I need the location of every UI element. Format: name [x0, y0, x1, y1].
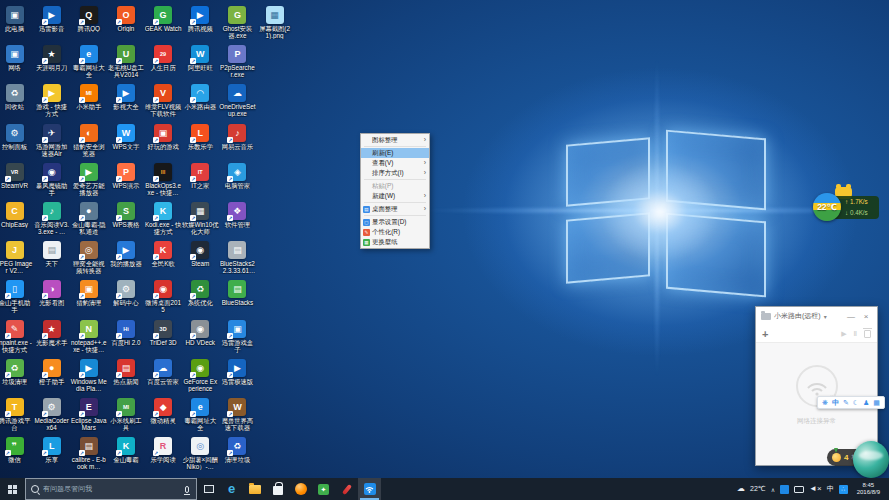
desktop-icon[interactable]: ★↗天涯明月刀 — [33, 45, 70, 71]
desktop-icon[interactable]: ▶↗爱奇艺万能播放器 — [70, 163, 107, 196]
desktop-icon[interactable]: ♪↗音乐阅读V3.3.exe - … — [33, 202, 70, 235]
desktop-icon[interactable]: ▶↗迅雷影音 — [33, 6, 70, 32]
minimize-button[interactable]: — — [845, 312, 857, 321]
baidu-ime-tray-icon[interactable]: ∴ — [839, 485, 848, 494]
tray-expand-caret[interactable]: ∧ — [771, 486, 775, 493]
xiaomi-router-app[interactable] — [358, 478, 381, 500]
desktop-icon[interactable]: ▶↗腾讯视频 — [182, 6, 219, 32]
weather-icon[interactable]: ☁ — [737, 484, 745, 494]
desktop-icon[interactable]: e↗毒霸网址大全 — [182, 398, 219, 431]
desktop-icon[interactable]: ◆↗微动精灵 — [145, 398, 182, 424]
pen-icon[interactable]: ✎ — [843, 397, 849, 408]
desktop-icon[interactable]: ◉↗微博桌面2015 — [145, 280, 182, 313]
desktop-icon[interactable]: ▣↗猎豹清理 — [70, 280, 107, 306]
desktop-icon[interactable]: ▯↗金山手机助手 — [0, 280, 33, 313]
desktop-icon[interactable]: ✎↗Inpaint.exe - 快捷方式 — [0, 320, 33, 353]
desktop-icon[interactable]: ♻↗系统优化 — [182, 280, 219, 306]
ime-mode-indicator[interactable]: 中 — [827, 484, 834, 494]
desktop-icon[interactable]: W↗阿里旺旺 — [182, 45, 219, 71]
menu-item[interactable]: 图标整理› — [361, 135, 429, 145]
desktop-icon[interactable]: ●↗金山毒霸-隐私通道 — [70, 202, 107, 235]
globe-widget[interactable] — [853, 441, 889, 478]
desktop-icon[interactable]: W↗WPS文字 — [107, 124, 144, 150]
desktop-icon[interactable]: ☁OneDriveSetup.exe — [219, 84, 256, 117]
desktop-icon[interactable]: ▶↗迅雷极速版 — [219, 359, 256, 385]
desktop-icon[interactable]: W↗魔兽世界高速下载器 — [219, 398, 256, 431]
desktop-icon[interactable]: ▣此电脑 — [0, 6, 33, 32]
desktop-icon[interactable]: e↗毒霸网址大全 — [70, 45, 107, 78]
start-button[interactable] — [0, 478, 25, 500]
desktop-icon[interactable]: U↗老毛桃U盘工具V2014超… — [107, 45, 144, 78]
desktop-icon[interactable]: ♻↗清理垃圾 — [219, 437, 256, 463]
desktop-icon[interactable]: ✈↗迅游网游加速器Air — [33, 124, 70, 157]
desktop-icon[interactable]: VR↗SteamVR — [0, 163, 33, 189]
desktop-icon[interactable]: ▶↗影视大全 — [107, 84, 144, 110]
baidu-paw-icon[interactable]: ❋ — [822, 397, 828, 408]
desktop-icon[interactable]: CChipEasy — [0, 202, 33, 228]
add-button[interactable]: + — [762, 328, 768, 340]
desktop-icon[interactable]: ▣↗迅雷游戏盒子 — [219, 320, 256, 353]
desktop-icon[interactable]: 29↗人生日历 — [145, 45, 182, 71]
desktop-icon[interactable]: L↗乐教乐学 — [182, 124, 219, 150]
desktop-icon[interactable]: ◑↗光影看图 — [33, 280, 70, 306]
desktop-icon[interactable]: E↗Eclipse Java Mars — [70, 398, 107, 431]
menu-item[interactable]: 查看(V)› — [361, 158, 429, 168]
ime-toolbar[interactable]: ❋中✎☾♟▦ — [817, 396, 885, 409]
desktop-icon[interactable]: ⚙控制面板 — [0, 124, 33, 150]
desktop-icon[interactable]: L↗乐享 — [33, 437, 70, 463]
desktop-icon[interactable]: ◉↗暴风魔镜助手 — [33, 163, 70, 196]
brush-icon[interactable]: ☾ — [853, 397, 859, 408]
desktop-icon[interactable]: ▶↗游戏 - 快捷方式 — [33, 84, 70, 117]
desktop-icon[interactable]: ◉↗HD VDeck — [182, 320, 219, 346]
desktop-icon[interactable]: ⚙↗MediaCoder x64 — [33, 398, 70, 431]
menu-item[interactable]: 粘贴(P) — [361, 181, 429, 191]
chevron-down-icon[interactable]: ▾ — [824, 313, 827, 320]
desktop-icon[interactable]: ●↗橙子助手 — [33, 359, 70, 385]
desktop-icon[interactable]: ▤↗热点新闻 — [107, 359, 144, 385]
trash-icon[interactable] — [864, 330, 871, 338]
desktop-icon[interactable]: MI↗小米助手 — [70, 84, 107, 110]
desktop-icon[interactable]: ▦↗软媒Win10优化大师 — [182, 202, 219, 235]
menu-item[interactable]: ▤桌面整理› — [361, 204, 429, 214]
weather-temp[interactable]: 22℃ — [750, 485, 766, 493]
desktop-icon[interactable]: R↗乐学阅读 — [145, 437, 182, 463]
desktop-icon[interactable]: GGhost安装器.exe — [219, 6, 256, 39]
menu-item[interactable]: 新建(W)› — [361, 191, 429, 201]
menu-item[interactable]: ▢显示设置(D) — [361, 217, 429, 227]
desktop-icon[interactable]: ☁↗百度云管家 — [145, 359, 182, 385]
desktop-icon[interactable]: ◉↗Steam — [182, 241, 219, 267]
temperature-ball[interactable]: 22℃ — [813, 193, 841, 221]
chinese-mode-indicator[interactable]: 中 — [832, 397, 839, 408]
desktop-icon[interactable]: K↗全民K歌 — [145, 241, 182, 267]
desktop-icon[interactable]: PP2pSearcher.exe — [219, 45, 256, 78]
desktop-icon[interactable]: O↗Origin — [107, 6, 144, 32]
microphone-icon[interactable] — [185, 486, 189, 493]
desktop-icon[interactable]: ▣网络 — [0, 45, 33, 71]
edge-browser[interactable]: e — [220, 478, 243, 500]
desktop-icon[interactable]: ▤BlueStacks — [219, 280, 256, 306]
menu-item[interactable]: 刷新(E) — [361, 148, 429, 158]
desktop-icon[interactable]: K↗金山毒霸 — [107, 437, 144, 463]
desktop-icon[interactable]: ◉↗GeForce Experience — [182, 359, 219, 392]
desktop-icon[interactable]: P↗WPS演示 — [107, 163, 144, 189]
desktop-icon[interactable]: G↗GEAK Watch — [145, 6, 182, 32]
menu-item[interactable]: ✎个性化(R) — [361, 227, 429, 237]
desktop-icon[interactable]: K↗Kodi.exe - 快捷方式 — [145, 202, 182, 235]
desktop-icon[interactable]: ♪↗网易云音乐 — [219, 124, 256, 150]
desktop-icon[interactable]: MI↗小米线刷工具 — [107, 398, 144, 431]
desktop-icon[interactable]: ♻回收站 — [0, 84, 33, 110]
desktop-icon[interactable]: N↗notepad++.exe - 快捷… — [70, 320, 107, 353]
router-window-titlebar[interactable]: 小米路由(远程) ▾ — × — [756, 307, 877, 325]
desktop-icon[interactable]: ◐↗猎豹安全浏览器 — [70, 124, 107, 157]
task-view-button[interactable] — [197, 478, 220, 500]
router-window[interactable]: 小米路由(远程) ▾ — × + ▶ ‖ ! 网络连接异常 — [755, 306, 878, 466]
desktop-icon[interactable]: ◎↗狸窝全能视频转换器 — [70, 241, 107, 274]
desktop-icon[interactable]: ★↗光影魔术手 — [33, 320, 70, 346]
desktop-icon[interactable]: ▤天下 — [33, 241, 70, 267]
desktop-icon[interactable]: ▶↗Windows Media Pla… — [70, 359, 107, 392]
desktop-icon[interactable]: ▦屏幕截图(21).png — [256, 6, 293, 39]
desktop-icon[interactable]: ◈↗电脑管家 — [219, 163, 256, 189]
firefox-browser[interactable] — [289, 478, 312, 500]
desktop-icon[interactable]: Hi↗百度Hi 2.0 — [107, 320, 144, 346]
display-tray-icon[interactable] — [794, 486, 804, 493]
